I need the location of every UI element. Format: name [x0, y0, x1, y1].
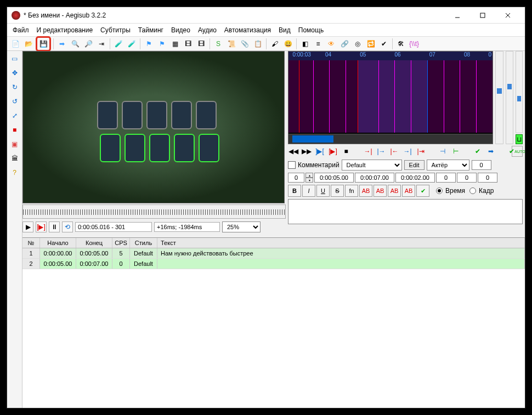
play-before-icon[interactable]: →|: [363, 146, 373, 157]
menu-automation[interactable]: Автоматизация: [221, 25, 274, 35]
color1-button[interactable]: AB: [359, 185, 372, 197]
margin-v-field[interactable]: 0: [478, 173, 497, 183]
duration-field[interactable]: 0:00:02.00: [395, 173, 435, 183]
col-end[interactable]: Конец: [76, 238, 112, 248]
menu-audio[interactable]: Аудио: [195, 25, 220, 35]
play-to-end-icon[interactable]: |⇥: [415, 146, 426, 157]
menu-timing[interactable]: Тайминг: [135, 25, 167, 35]
resample-icon[interactable]: 🔁: [365, 38, 377, 50]
potion2-icon[interactable]: 🧪: [126, 38, 138, 50]
margin-r-field[interactable]: 0: [457, 173, 477, 183]
font-button[interactable]: fn: [345, 185, 358, 197]
potion1-icon[interactable]: 🧪: [112, 38, 124, 50]
maximize-button[interactable]: [470, 7, 495, 24]
check-icon[interactable]: ✔: [378, 38, 390, 50]
close-button[interactable]: [495, 7, 520, 24]
zoom-in-icon[interactable]: 🔍: [69, 38, 81, 50]
tool-rotate[interactable]: ↻: [9, 82, 20, 93]
attach-icon[interactable]: 📎: [239, 38, 251, 50]
menu-view[interactable]: Вид: [275, 25, 294, 35]
color4-button[interactable]: AB: [402, 185, 415, 197]
script-icon[interactable]: 📜: [225, 38, 237, 50]
autocommit-icon[interactable]: ✔AUTO: [512, 146, 523, 157]
flag1-icon[interactable]: ⚑: [143, 38, 155, 50]
color3-button[interactable]: AB: [388, 185, 401, 197]
layer-spinner[interactable]: ▴▾: [305, 173, 313, 183]
link-toggle[interactable]: ⊔: [516, 134, 523, 144]
stop-icon[interactable]: ■: [341, 146, 352, 157]
play-sel-icon[interactable]: ]▶[: [314, 146, 325, 157]
brush-icon[interactable]: 🖌: [269, 38, 281, 50]
leadout-icon[interactable]: ⊢: [450, 146, 461, 157]
audio-scrollbar[interactable]: [288, 134, 493, 144]
style-select[interactable]: Default: [342, 160, 402, 170]
play-line-icon[interactable]: [▶]: [327, 146, 338, 157]
bold-button[interactable]: B: [288, 185, 301, 197]
prev-line-icon[interactable]: ◀◀: [288, 146, 299, 157]
grid-row[interactable]: 2 0:00:05.00 0:00:07.00 0 Default: [22, 259, 525, 269]
target-icon[interactable]: ◎: [352, 38, 364, 50]
play-line-button[interactable]: [▶]: [36, 221, 47, 232]
video-jump-icon[interactable]: ⇥: [95, 38, 107, 50]
next-line-icon[interactable]: ▶▶: [301, 146, 312, 157]
col-cps[interactable]: CPS: [112, 238, 130, 248]
vol-slider[interactable]: [516, 51, 523, 133]
paste-icon[interactable]: 📋: [252, 38, 264, 50]
flag2-icon[interactable]: ⚑: [156, 38, 168, 50]
comment-checkbox[interactable]: [288, 161, 296, 169]
tool-scale[interactable]: ⤢: [9, 110, 20, 121]
grid-row[interactable]: 1 0:00:00.00 0:00:05.00 5 Default Нам ну…: [22, 248, 525, 259]
play-after-icon[interactable]: |→: [376, 146, 387, 157]
effect-field[interactable]: 0: [472, 160, 491, 170]
frame-radio[interactable]: [469, 187, 476, 194]
tools-icon[interactable]: 🛠: [395, 38, 407, 50]
layer-field[interactable]: 0: [288, 173, 304, 183]
grid-icon[interactable]: ▦: [169, 38, 181, 50]
underline-button[interactable]: U: [316, 185, 330, 197]
color2-button[interactable]: AB: [373, 185, 387, 197]
menu-file[interactable]: Файл: [9, 25, 32, 35]
video-position[interactable]: 0:00:05.016 - 301: [75, 222, 152, 232]
tool-rotatexy[interactable]: ↺: [9, 96, 20, 107]
tool-help[interactable]: ?: [9, 167, 20, 178]
play-500before-icon[interactable]: |←: [389, 146, 400, 157]
margin-l-field[interactable]: 0: [436, 173, 456, 183]
end-time-field[interactable]: 0:00:07.00: [355, 173, 394, 183]
tool-clip[interactable]: ■: [9, 124, 20, 135]
menu-subtitle[interactable]: Субтитры: [97, 25, 134, 35]
link-icon[interactable]: 🔗: [338, 38, 350, 50]
col-num[interactable]: №: [22, 238, 40, 248]
subtitle-grid[interactable]: № Начало Конец CPS Стиль Текст 1 0:00:00…: [22, 237, 525, 408]
sort-icon[interactable]: ≡: [312, 38, 324, 50]
audio-waveform[interactable]: 0:00:03 04 05 06 07 08 0: [288, 51, 493, 144]
minimize-button[interactable]: [445, 7, 470, 24]
tool-draw[interactable]: 🏛: [9, 153, 20, 164]
goto-icon[interactable]: ➡: [485, 146, 496, 157]
leadin-icon[interactable]: ⊣: [437, 146, 448, 157]
open-file-icon[interactable]: 📂: [22, 38, 35, 50]
menu-video[interactable]: Видео: [168, 25, 194, 35]
zoom-select[interactable]: 25%: [222, 221, 261, 232]
start-time-field[interactable]: 0:00:05.00: [314, 173, 354, 183]
italic-button[interactable]: I: [302, 185, 315, 197]
time-radio[interactable]: [436, 187, 443, 194]
play-button[interactable]: ▶: [22, 221, 33, 232]
tag-icon[interactable]: {\\t}: [408, 38, 420, 50]
menu-help[interactable]: Помощь: [295, 25, 327, 35]
zoom-out-icon[interactable]: 🔎: [82, 38, 94, 50]
video-seekbar[interactable]: [22, 204, 286, 219]
menu-edit[interactable]: И редактирование: [33, 25, 97, 35]
commit-icon[interactable]: ✔: [472, 146, 483, 157]
styles-icon[interactable]: S: [212, 38, 224, 50]
strike-button[interactable]: S: [331, 185, 344, 197]
hzoom-slider[interactable]: [495, 51, 503, 144]
film-icon[interactable]: 🎞: [182, 38, 194, 50]
jump-icon[interactable]: ➡: [56, 38, 68, 50]
video-preview[interactable]: [22, 51, 285, 203]
tool-std[interactable]: ▭: [9, 53, 20, 64]
col-style[interactable]: Стиль: [130, 238, 157, 248]
subtitle-text-input[interactable]: [288, 199, 523, 224]
pause-button[interactable]: ⏸: [49, 221, 60, 232]
edit-style-button[interactable]: Edit: [404, 160, 425, 170]
film2-icon[interactable]: 🎞: [195, 38, 207, 50]
